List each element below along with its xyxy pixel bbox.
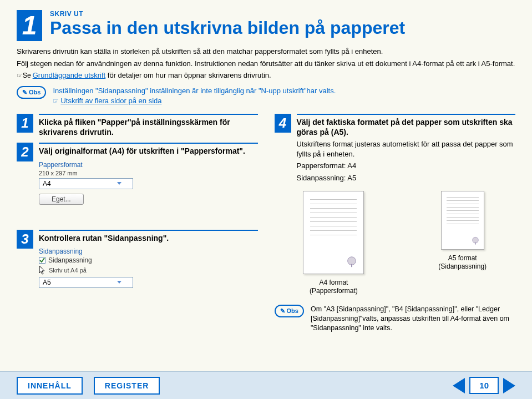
custom-button[interactable]: Eget... <box>39 194 84 205</box>
cursor-icon <box>39 265 47 275</box>
step-number-2: 2 <box>17 143 33 161</box>
contents-button[interactable]: INNEHÅLL <box>17 377 83 395</box>
step-4-sub: Utskriftens format justeras autometiskt … <box>297 139 516 159</box>
a5-label: A5 format <box>438 254 487 263</box>
obs-text: Inställningen "Sidanpassning" inställnin… <box>53 86 336 96</box>
svg-rect-2 <box>352 264 353 267</box>
fit-size-select[interactable]: A5 <box>39 277 133 288</box>
a4-sublabel: (Pappersformat) <box>310 287 358 296</box>
step-4-title: Välj det faktiska formatet på det papper… <box>297 114 516 137</box>
format-diagram: A4 format (Pappersformat) A5 format (Sid… <box>275 191 516 296</box>
obs-badge-2: ✎ Obs <box>275 305 304 317</box>
multi-page-link[interactable]: Utskrift av flera sidor på en sida <box>60 97 161 105</box>
fit-to-page-mock: Sidanpassning Sidanpassning Skriv ut A4 … <box>39 248 258 288</box>
pointer-icon: ☞Se <box>17 71 31 80</box>
step-3-title: Kontrollera rutan "Sidanpassning". <box>39 230 258 243</box>
kicker: SKRIV UT <box>50 10 405 18</box>
pointer-icon: ☞ <box>53 97 59 106</box>
step-4-note2: Sidanpassning: A5 <box>297 173 516 183</box>
tree-icon <box>471 236 480 245</box>
a4-label: A4 format <box>310 279 358 287</box>
footer: INNEHÅLL REGISTER 10 <box>0 371 532 399</box>
prev-page-arrow[interactable] <box>453 378 465 393</box>
a4-sheet-icon <box>303 191 364 274</box>
fit-checkbox-label: Sidanpassning <box>48 256 92 264</box>
basic-print-link[interactable]: Grundläggande utskrift <box>33 71 106 79</box>
pencil-icon: ✎ <box>280 307 285 315</box>
step-number-4: 4 <box>275 114 291 133</box>
paper-format-label: Pappersformat <box>39 161 258 169</box>
intro-paragraph-2: Följ stegen nedan för användningen av de… <box>17 59 515 69</box>
intro-link-line: ☞Se Grundläggande utskrift för detaljer … <box>17 70 515 80</box>
print-on-text: Skriv ut A4 på <box>49 267 87 274</box>
tree-icon <box>346 256 358 268</box>
paper-dims: 210 x 297 mm <box>39 170 258 176</box>
checkbox-checked-icon[interactable] <box>39 257 45 264</box>
next-page-arrow[interactable] <box>503 378 515 393</box>
obs-badge: ✎ Obs <box>17 86 46 99</box>
section-number: 1 <box>17 10 42 41</box>
svg-rect-4 <box>475 242 475 244</box>
fit-label: Sidanpassning <box>39 248 258 255</box>
step-number-1: 1 <box>17 114 33 133</box>
step-4-note1: Pappersformat: A4 <box>297 161 516 171</box>
intro-paragraph-1: Skrivarens drivrutin kan ställa in storl… <box>17 47 515 57</box>
a5-sheet-icon <box>441 191 484 250</box>
paper-format-select[interactable]: A4 <box>39 178 133 189</box>
step-number-3: 3 <box>17 230 33 249</box>
paper-format-mock: Pappersformat 210 x 297 mm A4 Eget... <box>39 161 258 208</box>
svg-point-1 <box>348 256 356 265</box>
pencil-icon: ✎ <box>22 89 27 96</box>
a5-sublabel: (Sidanpassning) <box>438 262 487 271</box>
register-button[interactable]: REGISTER <box>94 377 160 395</box>
step-1-title: Klicka på fliken "Papper"på inställnings… <box>39 114 258 137</box>
svg-point-3 <box>472 237 478 243</box>
page-title: Passa in den utskrivna bilden på pappere… <box>50 19 405 38</box>
step-2-title: Välj originalformat (A4) för utskriften … <box>39 143 258 156</box>
page-number: 10 <box>469 377 499 394</box>
obs2-text: Om "A3 [Sidanpassning]", "B4 [Sidanpassn… <box>311 305 515 333</box>
